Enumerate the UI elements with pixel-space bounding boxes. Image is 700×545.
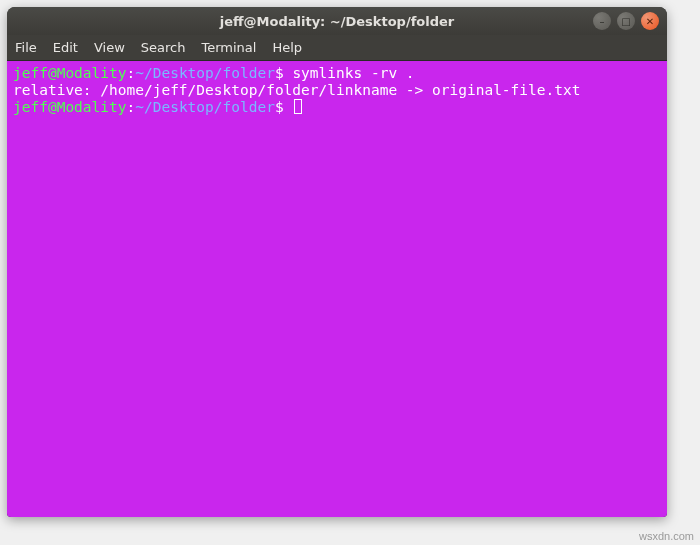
menu-edit[interactable]: Edit (53, 40, 78, 55)
prompt-colon: : (127, 99, 136, 115)
titlebar[interactable]: jeff@Modality: ~/Desktop/folder – □ ✕ (7, 7, 667, 35)
minimize-icon: – (600, 16, 605, 27)
menubar: File Edit View Search Terminal Help (7, 35, 667, 61)
prompt-dollar: $ (275, 65, 284, 81)
prompt-user: jeff@Modality (13, 65, 127, 81)
terminal-viewport[interactable]: jeff@Modality:~/Desktop/folder$ symlinks… (7, 61, 667, 517)
output-line: relative: /home/jeff/Desktop/folder/link… (13, 82, 580, 98)
terminal-window: jeff@Modality: ~/Desktop/folder – □ ✕ Fi… (7, 7, 667, 517)
window-controls: – □ ✕ (593, 12, 659, 30)
prompt-colon: : (127, 65, 136, 81)
prompt-path: ~/Desktop/folder (135, 99, 275, 115)
maximize-button[interactable]: □ (617, 12, 635, 30)
prompt-user: jeff@Modality (13, 99, 127, 115)
prompt-dollar: $ (275, 99, 284, 115)
menu-help[interactable]: Help (272, 40, 302, 55)
menu-search[interactable]: Search (141, 40, 186, 55)
close-button[interactable]: ✕ (641, 12, 659, 30)
window-title: jeff@Modality: ~/Desktop/folder (15, 14, 659, 29)
command-text (284, 99, 293, 115)
menu-view[interactable]: View (94, 40, 125, 55)
cursor-icon (294, 99, 302, 114)
prompt-path: ~/Desktop/folder (135, 65, 275, 81)
minimize-button[interactable]: – (593, 12, 611, 30)
command-text: symlinks -rv . (284, 65, 415, 81)
menu-terminal[interactable]: Terminal (201, 40, 256, 55)
menu-file[interactable]: File (15, 40, 37, 55)
maximize-icon: □ (621, 16, 630, 27)
watermark: wsxdn.com (639, 530, 694, 542)
close-icon: ✕ (646, 16, 654, 27)
